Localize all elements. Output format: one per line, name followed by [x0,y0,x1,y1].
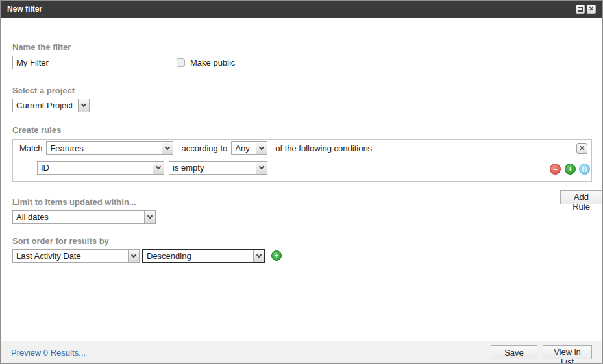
make-public-label: Make public [190,58,235,67]
dialog-titlebar: New filter ✕ [1,1,602,18]
chevron-down-icon [128,250,139,262]
date-range-dropdown[interactable]: All dates [12,210,156,224]
rule-field-value: ID [38,162,153,174]
save-button[interactable]: Save [491,345,537,359]
group-rule-button[interactable]: ( ) [579,164,590,175]
add-sort-button[interactable]: + [271,250,282,261]
plus-icon: + [274,251,278,260]
name-filter-label: Name the filter [12,42,71,52]
sort-field-value: Last Activity Date [13,250,128,262]
dialog-body: Name the filter Make public Select a pro… [1,18,602,341]
new-filter-dialog: New filter ✕ Name the filter Make public… [0,0,603,364]
according-to-label: according to [181,143,227,153]
chevron-down-icon [78,99,89,112]
remove-group-button[interactable]: ✕ [576,143,587,154]
limit-label: Limit to items updated within... [12,197,136,207]
rule-operator-value: is empty [169,162,256,174]
date-range-value: All dates [13,211,144,223]
project-dropdown[interactable]: Current Project [12,99,90,112]
add-rule-button[interactable]: Add Rule [560,190,602,204]
chevron-down-icon [256,142,267,154]
chevron-down-icon [253,250,264,262]
rule-field-dropdown[interactable]: ID [37,161,164,175]
chevron-down-icon [144,211,155,223]
match-type-value: Features [47,142,162,154]
any-all-dropdown[interactable]: Any [231,141,267,155]
rules-area: ID is empty − + ( ) [12,157,592,182]
parentheses-icon: ( ) [582,166,587,172]
close-icon: ✕ [579,144,585,152]
sort-direction-value: Descending [143,250,253,262]
match-label: Match [19,143,42,153]
minimize-button[interactable] [576,5,585,14]
create-rules-label: Create rules [12,125,61,135]
close-icon: ✕ [589,6,594,12]
sort-order-label: Sort order for results by [12,236,109,246]
preview-results-link[interactable]: Preview 0 Results... [11,348,86,358]
make-public-checkbox[interactable] [177,58,185,67]
view-in-list-button[interactable]: View in List [543,345,592,359]
conditions-label: of the following conditions: [275,143,374,153]
chevron-down-icon [153,162,164,174]
minimize-icon [578,7,583,12]
chevron-down-icon [162,142,173,154]
footer-buttons: Save View in List [491,345,592,359]
minus-icon: − [553,165,558,174]
any-all-value: Any [232,142,256,154]
select-project-label: Select a project [12,86,75,95]
project-dropdown-value: Current Project [13,99,78,112]
remove-rule-button[interactable]: − [550,164,561,175]
sort-direction-dropdown[interactable]: Descending [142,249,265,263]
chevron-down-icon [256,162,267,174]
dialog-footer: Preview 0 Results... Save View in List [1,341,602,363]
match-type-dropdown[interactable]: Features [46,141,173,155]
sort-field-dropdown[interactable]: Last Activity Date [12,249,140,263]
plus-icon: + [568,165,572,174]
add-rule-inline-button[interactable]: + [565,164,576,175]
dialog-title: New filter [7,5,42,14]
filter-name-input[interactable] [12,56,171,69]
close-button[interactable]: ✕ [587,5,596,14]
window-controls: ✕ [576,5,596,14]
rule-operator-dropdown[interactable]: is empty [169,161,267,175]
match-header-row: Match Features according to Any of the f… [12,139,592,158]
